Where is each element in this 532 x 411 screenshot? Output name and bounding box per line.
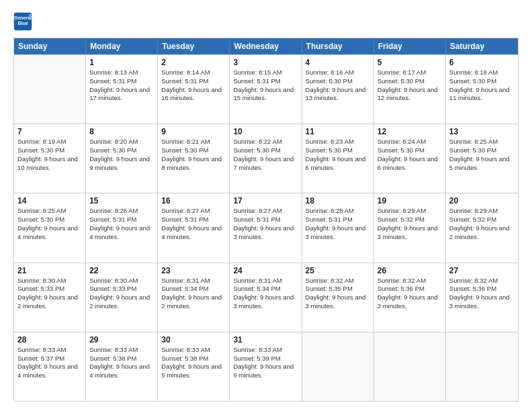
day-cell-11: 11Sunrise: 8:23 AM Sunset: 5:30 PM Dayli… xyxy=(302,124,374,193)
day-info: Sunrise: 8:15 AM Sunset: 5:31 PM Dayligh… xyxy=(233,68,298,103)
day-info: Sunrise: 8:24 AM Sunset: 5:30 PM Dayligh… xyxy=(378,138,442,172)
day-cell-29: 29Sunrise: 8:33 AM Sunset: 5:38 PM Dayli… xyxy=(86,332,158,401)
day-info: Sunrise: 8:32 AM Sunset: 5:36 PM Dayligh… xyxy=(449,277,515,311)
day-info: Sunrise: 8:18 AM Sunset: 5:30 PM Dayligh… xyxy=(449,68,515,103)
day-cell-10: 10Sunrise: 8:22 AM Sunset: 5:30 PM Dayli… xyxy=(230,124,302,193)
day-cell-12: 12Sunrise: 8:24 AM Sunset: 5:30 PM Dayli… xyxy=(374,124,446,193)
day-info: Sunrise: 8:22 AM Sunset: 5:30 PM Dayligh… xyxy=(233,138,298,172)
day-cell-4: 4Sunrise: 8:16 AM Sunset: 5:30 PM Daylig… xyxy=(302,55,374,124)
day-cell-26: 26Sunrise: 8:32 AM Sunset: 5:36 PM Dayli… xyxy=(374,263,446,332)
day-info: Sunrise: 8:31 AM Sunset: 5:34 PM Dayligh… xyxy=(233,277,298,311)
day-cell-18: 18Sunrise: 8:28 AM Sunset: 5:31 PM Dayli… xyxy=(302,193,374,262)
day-number: 9 xyxy=(161,127,226,136)
weekday-header-monday: Monday xyxy=(86,38,158,54)
day-info: Sunrise: 8:33 AM Sunset: 5:38 PM Dayligh… xyxy=(161,346,226,380)
day-number: 28 xyxy=(17,335,82,345)
day-cell-5: 5Sunrise: 8:17 AM Sunset: 5:30 PM Daylig… xyxy=(374,55,446,124)
day-cell-31: 31Sunrise: 8:33 AM Sunset: 5:39 PM Dayli… xyxy=(230,332,302,401)
day-info: Sunrise: 8:31 AM Sunset: 5:34 PM Dayligh… xyxy=(161,277,226,311)
day-cell-19: 19Sunrise: 8:29 AM Sunset: 5:32 PM Dayli… xyxy=(374,193,446,262)
day-number: 21 xyxy=(17,266,82,275)
weekday-header-tuesday: Tuesday xyxy=(158,38,230,54)
day-number: 31 xyxy=(233,335,298,345)
day-number: 7 xyxy=(17,127,82,136)
page: General Blue SundayMondayTuesdayWednesda… xyxy=(0,0,532,411)
day-cell-20: 20Sunrise: 8:29 AM Sunset: 5:32 PM Dayli… xyxy=(446,193,518,262)
day-cell-16: 16Sunrise: 8:27 AM Sunset: 5:31 PM Dayli… xyxy=(158,193,230,262)
day-number: 4 xyxy=(306,58,370,67)
calendar-body: 1Sunrise: 8:13 AM Sunset: 5:31 PM Daylig… xyxy=(14,54,518,401)
day-info: Sunrise: 8:27 AM Sunset: 5:31 PM Dayligh… xyxy=(233,207,298,241)
day-info: Sunrise: 8:30 AM Sunset: 5:33 PM Dayligh… xyxy=(89,277,154,311)
empty-cell-0-0 xyxy=(14,55,86,124)
day-cell-21: 21Sunrise: 8:30 AM Sunset: 5:33 PM Dayli… xyxy=(14,263,86,332)
day-number: 11 xyxy=(306,127,370,136)
day-info: Sunrise: 8:32 AM Sunset: 5:36 PM Dayligh… xyxy=(378,277,442,311)
day-info: Sunrise: 8:33 AM Sunset: 5:38 PM Dayligh… xyxy=(89,346,154,380)
day-info: Sunrise: 8:26 AM Sunset: 5:31 PM Dayligh… xyxy=(89,207,154,241)
day-number: 3 xyxy=(233,58,298,67)
day-info: Sunrise: 8:29 AM Sunset: 5:32 PM Dayligh… xyxy=(378,207,442,241)
calendar-row-5: 28Sunrise: 8:33 AM Sunset: 5:37 PM Dayli… xyxy=(14,332,518,401)
day-number: 30 xyxy=(161,335,226,345)
day-info: Sunrise: 8:25 AM Sunset: 5:30 PM Dayligh… xyxy=(17,207,82,241)
day-cell-30: 30Sunrise: 8:33 AM Sunset: 5:38 PM Dayli… xyxy=(158,332,230,401)
day-info: Sunrise: 8:32 AM Sunset: 5:35 PM Dayligh… xyxy=(306,277,370,311)
day-number: 29 xyxy=(89,335,154,345)
day-info: Sunrise: 8:28 AM Sunset: 5:31 PM Dayligh… xyxy=(306,207,370,241)
day-number: 14 xyxy=(17,196,82,205)
day-number: 15 xyxy=(89,196,154,205)
day-number: 25 xyxy=(306,266,370,275)
weekday-header-sunday: Sunday xyxy=(14,38,86,54)
day-cell-17: 17Sunrise: 8:27 AM Sunset: 5:31 PM Dayli… xyxy=(230,193,302,262)
header: General Blue xyxy=(13,12,519,31)
day-number: 20 xyxy=(449,196,515,205)
day-cell-6: 6Sunrise: 8:18 AM Sunset: 5:30 PM Daylig… xyxy=(446,55,518,124)
day-number: 16 xyxy=(161,196,226,205)
day-cell-7: 7Sunrise: 8:19 AM Sunset: 5:30 PM Daylig… xyxy=(14,124,86,193)
calendar-header: SundayMondayTuesdayWednesdayThursdayFrid… xyxy=(14,38,518,54)
day-cell-15: 15Sunrise: 8:26 AM Sunset: 5:31 PM Dayli… xyxy=(86,193,158,262)
day-cell-3: 3Sunrise: 8:15 AM Sunset: 5:31 PM Daylig… xyxy=(230,55,302,124)
logo: General Blue xyxy=(13,12,32,31)
day-info: Sunrise: 8:21 AM Sunset: 5:30 PM Dayligh… xyxy=(161,138,226,172)
svg-text:Blue: Blue xyxy=(17,21,28,26)
day-info: Sunrise: 8:13 AM Sunset: 5:31 PM Dayligh… xyxy=(89,68,154,103)
calendar-row-1: 1Sunrise: 8:13 AM Sunset: 5:31 PM Daylig… xyxy=(14,54,518,124)
day-number: 6 xyxy=(449,58,515,67)
day-cell-9: 9Sunrise: 8:21 AM Sunset: 5:30 PM Daylig… xyxy=(158,124,230,193)
day-cell-27: 27Sunrise: 8:32 AM Sunset: 5:36 PM Dayli… xyxy=(446,263,518,332)
day-cell-25: 25Sunrise: 8:32 AM Sunset: 5:35 PM Dayli… xyxy=(302,263,374,332)
day-cell-24: 24Sunrise: 8:31 AM Sunset: 5:34 PM Dayli… xyxy=(230,263,302,332)
calendar-row-4: 21Sunrise: 8:30 AM Sunset: 5:33 PM Dayli… xyxy=(14,263,518,332)
day-info: Sunrise: 8:19 AM Sunset: 5:30 PM Dayligh… xyxy=(17,138,82,172)
day-info: Sunrise: 8:29 AM Sunset: 5:32 PM Dayligh… xyxy=(449,207,515,241)
day-info: Sunrise: 8:16 AM Sunset: 5:30 PM Dayligh… xyxy=(306,68,370,103)
day-number: 2 xyxy=(161,58,226,67)
weekday-header-wednesday: Wednesday xyxy=(230,38,302,54)
calendar-row-2: 7Sunrise: 8:19 AM Sunset: 5:30 PM Daylig… xyxy=(14,124,518,193)
calendar: SundayMondayTuesdayWednesdayThursdayFrid… xyxy=(13,38,519,402)
day-info: Sunrise: 8:33 AM Sunset: 5:39 PM Dayligh… xyxy=(233,346,298,380)
day-number: 5 xyxy=(378,58,442,67)
day-cell-2: 2Sunrise: 8:14 AM Sunset: 5:31 PM Daylig… xyxy=(158,55,230,124)
day-info: Sunrise: 8:17 AM Sunset: 5:30 PM Dayligh… xyxy=(378,68,442,103)
day-info: Sunrise: 8:27 AM Sunset: 5:31 PM Dayligh… xyxy=(161,207,226,241)
day-number: 27 xyxy=(449,266,515,275)
day-number: 26 xyxy=(378,266,442,275)
day-number: 12 xyxy=(378,127,442,136)
day-info: Sunrise: 8:30 AM Sunset: 5:33 PM Dayligh… xyxy=(17,277,82,311)
day-cell-28: 28Sunrise: 8:33 AM Sunset: 5:37 PM Dayli… xyxy=(14,332,86,401)
day-cell-23: 23Sunrise: 8:31 AM Sunset: 5:34 PM Dayli… xyxy=(158,263,230,332)
day-number: 17 xyxy=(233,196,298,205)
calendar-row-3: 14Sunrise: 8:25 AM Sunset: 5:30 PM Dayli… xyxy=(14,193,518,262)
day-number: 1 xyxy=(89,58,154,67)
day-info: Sunrise: 8:14 AM Sunset: 5:31 PM Dayligh… xyxy=(161,68,226,103)
logo-icon: General Blue xyxy=(13,12,32,31)
day-number: 13 xyxy=(449,127,515,136)
day-number: 22 xyxy=(89,266,154,275)
day-cell-13: 13Sunrise: 8:25 AM Sunset: 5:30 PM Dayli… xyxy=(446,124,518,193)
day-cell-14: 14Sunrise: 8:25 AM Sunset: 5:30 PM Dayli… xyxy=(14,193,86,262)
day-number: 23 xyxy=(161,266,226,275)
weekday-header-saturday: Saturday xyxy=(446,38,518,54)
